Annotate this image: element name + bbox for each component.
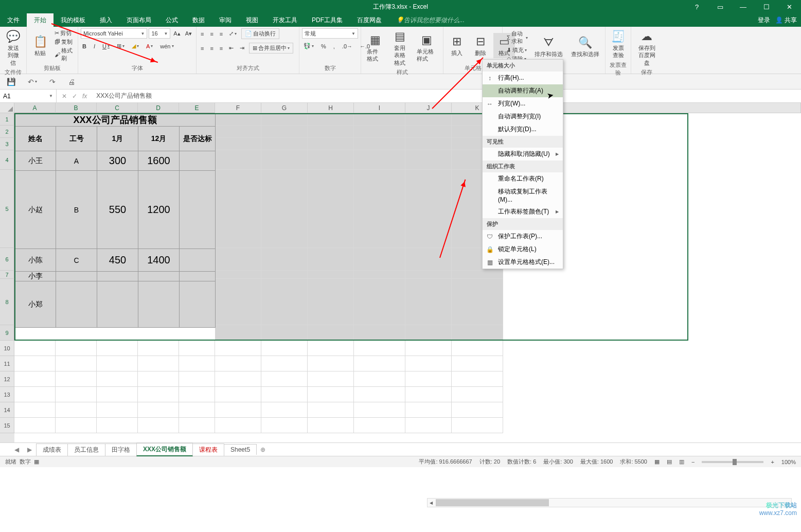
fx-button[interactable]: fx <box>82 93 87 100</box>
sheet-nav-next[interactable]: ▶ <box>23 446 36 453</box>
horizontal-scrollbar[interactable]: ◀ <box>427 498 792 507</box>
zoom-slider[interactable] <box>702 461 763 463</box>
row-header[interactable]: 7 <box>0 271 14 279</box>
currency-button[interactable]: 💱▾ <box>302 42 315 50</box>
table-cell[interactable]: 1400 <box>138 249 180 272</box>
table-format-button[interactable]: ▤套用 表格格式 <box>388 28 411 67</box>
row-header[interactable]: 5 <box>0 170 14 248</box>
fill-button[interactable]: ⬇填充▾ <box>505 46 529 55</box>
table-header[interactable]: 12月 <box>138 127 180 151</box>
row-header[interactable]: 14 <box>0 402 14 418</box>
row-header[interactable]: 13 <box>0 387 14 402</box>
tab-home[interactable]: 开始 <box>27 13 54 27</box>
sheet-tab[interactable]: 课程表 <box>192 444 224 456</box>
close-button[interactable]: ✕ <box>778 0 801 13</box>
wrap-button[interactable]: 📄 自动换行 <box>241 28 279 39</box>
copy-button[interactable]: 🗐复制 <box>53 38 75 46</box>
table-cell[interactable]: 小郑 <box>15 281 56 328</box>
table-cell[interactable] <box>138 272 180 281</box>
tellme-input[interactable]: 💡 告诉我您想要做什么... <box>389 13 472 27</box>
menu-lock[interactable]: 🔒锁定单元格(L) <box>483 243 563 256</box>
tab-pdf[interactable]: PDF工具集 <box>305 13 350 27</box>
table-cell[interactable] <box>56 281 97 328</box>
undo-button[interactable]: ↶ ▾ <box>26 77 39 86</box>
table-cell[interactable] <box>56 272 97 281</box>
row-header[interactable]: 6 <box>0 248 14 271</box>
maximize-button[interactable]: ☐ <box>755 0 778 13</box>
tab-formulas[interactable]: 公式 <box>158 13 185 27</box>
table-cell[interactable] <box>180 151 216 171</box>
align-left-button[interactable]: ≡ <box>199 45 205 52</box>
view-break-button[interactable]: ▥ <box>679 458 684 465</box>
grow-font-button[interactable]: A▴ <box>172 30 182 38</box>
add-sheet-button[interactable]: ⊕ <box>256 446 270 453</box>
table-cell[interactable] <box>180 171 216 249</box>
save-baidu-button[interactable]: ☁保存到 百度网盘 <box>634 28 660 67</box>
col-header[interactable]: F <box>215 103 261 113</box>
table-cell[interactable]: 300 <box>97 151 138 171</box>
row-header[interactable]: 8 <box>0 279 14 325</box>
cancel-formula-button[interactable]: ✕ <box>62 93 67 100</box>
sheet-tab[interactable]: 田字格 <box>105 444 137 456</box>
sheet-nav-prev[interactable]: ◀ <box>10 446 23 453</box>
sheet-tab[interactable]: 成绩表 <box>36 444 68 456</box>
table-cell[interactable]: 小陈 <box>15 249 56 272</box>
cell-style-button[interactable]: ▣单元格样式 <box>414 31 440 64</box>
align-top-button[interactable]: ≡ <box>199 30 205 38</box>
col-header[interactable]: J <box>405 103 452 113</box>
invoice-button[interactable]: 🧾发票 查验 <box>608 28 628 60</box>
zoom-out-button[interactable]: − <box>691 459 695 465</box>
find-select-button[interactable]: 🔍查找和选择 <box>568 34 602 59</box>
tab-templates[interactable]: 我的模板 <box>54 13 93 27</box>
row-header[interactable]: 11 <box>0 356 14 371</box>
italic-button[interactable]: I <box>92 43 97 50</box>
table-cell[interactable] <box>97 281 138 328</box>
insert-cells-button[interactable]: ⊞插入 <box>446 33 468 58</box>
accept-formula-button[interactable]: ✓ <box>72 93 77 100</box>
align-right-button[interactable]: ≡ <box>218 45 224 52</box>
col-header[interactable]: E <box>179 103 215 113</box>
menu-move[interactable]: 移动或复制工作表(M)... <box>483 185 563 205</box>
sheet-tab[interactable]: Sheet5 <box>224 444 257 455</box>
tab-dev[interactable]: 开发工具 <box>265 13 305 27</box>
delete-cells-button[interactable]: ⊟删除 <box>470 33 491 58</box>
save-button[interactable]: 💾 <box>5 77 17 86</box>
tab-file[interactable]: 文件 <box>0 13 27 27</box>
tab-baidu[interactable]: 百度网盘 <box>350 13 389 27</box>
row-header[interactable]: 4 <box>0 150 14 170</box>
font-color-button[interactable]: A▾ <box>145 43 154 50</box>
font-size-select[interactable]: 16▼ <box>149 28 170 39</box>
table-cell[interactable] <box>180 281 216 328</box>
table-header[interactable]: 姓名 <box>15 127 56 151</box>
col-header[interactable]: H <box>308 103 354 113</box>
col-header[interactable]: B <box>56 103 97 113</box>
table-cell[interactable]: 450 <box>97 249 138 272</box>
table-cell[interactable]: B <box>56 171 97 249</box>
view-normal-button[interactable]: ▦ <box>654 458 660 465</box>
redo-button[interactable]: ↷ <box>48 77 57 86</box>
menu-autofit-col[interactable]: 自动调整列宽(I) <box>483 110 563 123</box>
table-cell[interactable]: 小王 <box>15 151 56 171</box>
table-title[interactable]: XXX公司产品销售额 <box>15 114 216 127</box>
tab-review[interactable]: 审阅 <box>212 13 239 27</box>
table-cell[interactable]: A <box>56 151 97 171</box>
row-header[interactable]: 10 <box>0 341 14 356</box>
comma-button[interactable]: , <box>332 43 336 50</box>
login-button[interactable]: 登录 <box>758 16 770 25</box>
align-center-button[interactable]: ≡ <box>208 45 215 52</box>
col-header[interactable]: A <box>14 103 56 113</box>
table-cell[interactable]: 1200 <box>138 171 180 249</box>
menu-tabcolor[interactable]: 工作表标签颜色(T)▶ <box>483 205 563 218</box>
tab-insert[interactable]: 插入 <box>93 13 119 27</box>
row-header[interactable]: 3 <box>0 138 14 150</box>
col-header[interactable]: I <box>354 103 405 113</box>
table-cell[interactable] <box>180 249 216 272</box>
row-header[interactable]: 1 <box>0 113 14 126</box>
sheet-tab-active[interactable]: XXX公司销售额 <box>136 443 193 456</box>
help-button[interactable]: ? <box>685 0 708 13</box>
menu-hide[interactable]: 隐藏和取消隐藏(U)▶ <box>483 148 563 161</box>
table-cell[interactable]: C <box>56 249 97 272</box>
row-header[interactable]: 2 <box>0 126 14 138</box>
formula-input[interactable]: XXX公司产品销售额 <box>92 92 156 100</box>
merge-button[interactable]: ⊞ 合并后居中 ▾ <box>249 43 293 54</box>
